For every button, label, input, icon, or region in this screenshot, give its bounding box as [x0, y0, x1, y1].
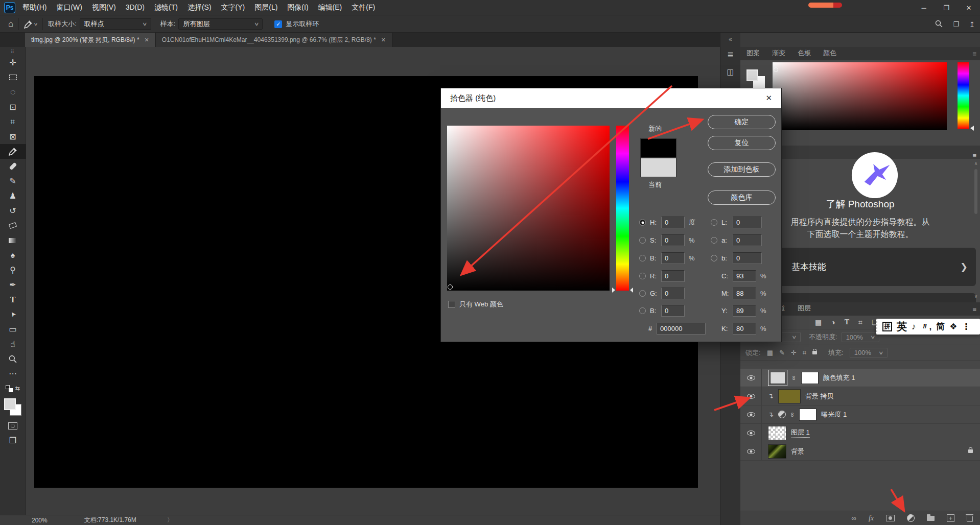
menu-item[interactable]: 选择(S): [188, 3, 212, 12]
panel-tab[interactable]: 色板: [791, 46, 817, 60]
restore-button[interactable]: ❐: [935, 0, 958, 15]
panel-menu-icon[interactable]: ≡: [972, 50, 976, 58]
zoom-level[interactable]: 200%: [32, 517, 48, 524]
layer-row-background[interactable]: 背景: [740, 442, 980, 461]
ime-punctuation-icon[interactable]: 〃,: [921, 321, 932, 332]
mask-link-icon[interactable]: ∞: [789, 412, 796, 417]
link-layers-icon[interactable]: ∞: [852, 514, 856, 522]
ime-pinyin-icon[interactable]: 拼: [882, 322, 892, 331]
panel-menu-icon[interactable]: ≡: [972, 305, 976, 313]
add-mask-icon[interactable]: [886, 515, 895, 521]
menu-item[interactable]: 帮助(H): [22, 3, 46, 12]
hue-slider-handle-left[interactable]: [612, 288, 615, 293]
filter-type-layers-icon[interactable]: T: [845, 318, 849, 326]
layer-thumbnail[interactable]: [778, 389, 801, 403]
quick-mask-button[interactable]: [0, 418, 26, 433]
input-l[interactable]: 0: [733, 217, 762, 228]
filter-shape-layers-icon[interactable]: ⌗: [858, 318, 862, 327]
delete-layer-icon[interactable]: [967, 516, 973, 522]
input-k[interactable]: 80: [733, 323, 756, 335]
saturation-brightness-field[interactable]: [447, 126, 610, 291]
eraser-tool[interactable]: [0, 218, 26, 233]
input-y[interactable]: 89: [733, 305, 756, 317]
input-h[interactable]: 0: [661, 217, 685, 228]
layer-row-color-fill[interactable]: ∞ 颜色填充 1: [740, 369, 980, 387]
ime-english-icon[interactable]: 英: [897, 320, 907, 333]
scroll-down-icon[interactable]: ∨: [973, 294, 979, 299]
hue-slider[interactable]: [616, 126, 629, 291]
layer-style-icon[interactable]: fx: [869, 514, 874, 522]
ime-simplified-icon[interactable]: 简: [936, 321, 945, 332]
crop-tool[interactable]: ⌗: [0, 114, 26, 129]
menu-item[interactable]: 文字(Y): [221, 3, 245, 12]
visibility-toggle[interactable]: [740, 442, 762, 460]
ime-tone-icon[interactable]: ♪: [912, 322, 916, 332]
current-color-swatch[interactable]: [640, 158, 676, 177]
visibility-toggle[interactable]: [740, 424, 762, 442]
panel-tab[interactable]: 图层: [791, 301, 817, 316]
swap-colors-icon[interactable]: ⇆: [15, 385, 19, 392]
fill-dropdown[interactable]: 100%∨: [850, 348, 888, 358]
radio-s[interactable]: [639, 237, 646, 244]
frame-tool[interactable]: ⊠: [0, 129, 26, 144]
mask-link-icon[interactable]: ∞: [790, 375, 798, 380]
close-icon[interactable]: ✕: [381, 37, 386, 43]
layer-name[interactable]: 背景: [791, 447, 804, 456]
ime-skin-icon[interactable]: ❖: [949, 321, 957, 332]
lasso-tool[interactable]: ◌: [0, 85, 26, 100]
saturation-brightness-field[interactable]: [773, 62, 947, 130]
hue-slider-handle-right[interactable]: [630, 288, 633, 293]
lock-move-icon[interactable]: ✛: [791, 349, 797, 356]
workspace-icon[interactable]: ❐: [953, 20, 959, 28]
brush-tool[interactable]: ✎: [0, 174, 26, 188]
gradient-tool[interactable]: [0, 233, 26, 248]
layer-name[interactable]: 颜色填充 1: [823, 373, 855, 383]
layer-row-exposure[interactable]: ↴ ∞ 曝光度 1: [740, 405, 980, 424]
menu-item[interactable]: 滤镜(T): [154, 3, 178, 12]
scroll-up-icon[interactable]: ∧: [973, 161, 979, 166]
foreground-background-swatches[interactable]: [0, 396, 26, 418]
layer-name[interactable]: 背景 拷贝: [805, 392, 834, 401]
menu-item[interactable]: 图像(I): [287, 3, 308, 12]
menu-item[interactable]: 文件(F): [352, 3, 375, 12]
menu-item[interactable]: 图层(L): [254, 3, 277, 12]
minimize-button[interactable]: ─: [913, 0, 935, 15]
sample-size-dropdown[interactable]: 取样点∨: [80, 18, 151, 30]
layer-mask-thumbnail[interactable]: [801, 372, 819, 384]
zoom-tool[interactable]: [0, 351, 26, 366]
ime-more-icon[interactable]: ⋮: [962, 321, 970, 332]
input-m[interactable]: 88: [733, 288, 756, 299]
default-colors-icon[interactable]: [6, 385, 13, 392]
panel-tab[interactable]: 颜色: [817, 46, 843, 60]
color-libraries-button[interactable]: 颜色库: [708, 190, 776, 205]
visibility-toggle[interactable]: [740, 369, 762, 387]
foreground-color[interactable]: [4, 398, 16, 410]
menu-item[interactable]: 3D(D): [126, 3, 145, 12]
close-icon[interactable]: ✕: [145, 37, 149, 43]
menu-item[interactable]: 视图(V): [92, 3, 116, 12]
foreground-color[interactable]: [746, 69, 758, 81]
object-selection-tool[interactable]: ⊡: [0, 100, 26, 114]
layer-name[interactable]: 曝光度 1: [821, 410, 847, 419]
shape-tool[interactable]: ▭: [0, 322, 26, 337]
filter-adjustment-layers-icon[interactable]: ◑: [831, 318, 835, 326]
panel-tab[interactable]: 渐变: [766, 46, 791, 60]
toolbar-grip[interactable]: ⠿: [11, 49, 15, 54]
search-icon[interactable]: [935, 20, 943, 29]
input-c[interactable]: 93: [733, 270, 756, 282]
layer-thumbnail[interactable]: [768, 444, 786, 459]
dodge-tool[interactable]: ⚲: [0, 262, 26, 277]
input-r[interactable]: 0: [661, 270, 685, 282]
fill-layer-thumbnail[interactable]: [770, 372, 785, 384]
radio-g[interactable]: [639, 290, 646, 297]
reset-button[interactable]: 复位: [708, 136, 776, 150]
new-adjustment-layer-icon[interactable]: [905, 513, 916, 523]
input-b[interactable]: 0: [661, 252, 685, 264]
radio-h[interactable]: [639, 219, 646, 226]
panel-menu-icon[interactable]: ≡: [972, 152, 976, 159]
collapsed-panel-button-1[interactable]: ≣: [724, 48, 737, 61]
web-colors-checkbox[interactable]: [448, 301, 455, 308]
move-tool[interactable]: ✛: [0, 55, 26, 70]
eyedropper-tool-icon[interactable]: ∨: [24, 20, 37, 29]
layer-mask-thumbnail[interactable]: [799, 409, 816, 421]
